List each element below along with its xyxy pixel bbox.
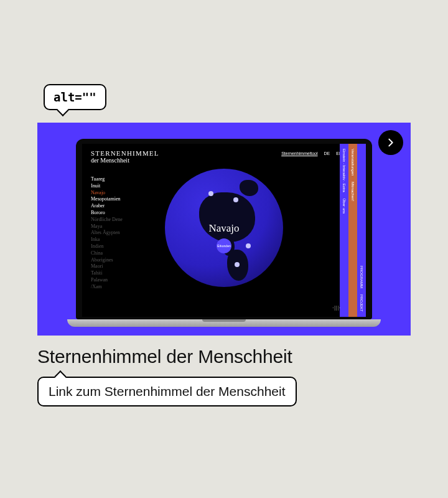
culture-item[interactable]: Aborigines — [91, 257, 123, 264]
rail-orange-bot: Mitmachen! — [351, 182, 355, 201]
culture-item[interactable]: China — [91, 250, 123, 257]
globe-marker-active[interactable] — [233, 197, 238, 202]
culture-item[interactable]: Tahiti — [91, 270, 123, 277]
rail-purple[interactable]: Einstein · Interaktiv · Extra Über uns — [340, 144, 348, 317]
rail-projekt: PROJEKT — [360, 294, 363, 312]
globe-marker[interactable] — [235, 262, 240, 267]
culture-item[interactable]: Bororo — [91, 210, 123, 217]
culture-item[interactable]: Altes Ägypten — [91, 230, 123, 237]
culture-item[interactable]: Maori — [91, 263, 123, 270]
globe-label: Navajo — [165, 222, 283, 235]
culture-item[interactable]: Nördliche Dene — [91, 217, 123, 223]
globe-marker[interactable] — [246, 243, 251, 248]
globe[interactable]: Navajo Erkunden — [165, 169, 283, 287]
culture-item[interactable]: Inuit — [91, 183, 123, 190]
tool-link[interactable]: Sternenhimmeltool — [281, 151, 317, 156]
card-title: Sternenhimmel der Menschheit — [37, 346, 292, 367]
card-link[interactable]: Link zum Sternenhimmel der Menschheit — [37, 377, 297, 406]
rail-purple-2[interactable]: PROGRAMM PROJEKT — [357, 144, 366, 317]
laptop-base — [67, 319, 381, 327]
alt-text-badge: alt="" — [44, 84, 106, 110]
explore-button[interactable]: Erkunden — [217, 238, 231, 253]
logo-line-1: STERNENHIMMEL — [91, 150, 159, 157]
app-logo[interactable]: STERNENHIMMEL der Menschheit — [91, 150, 159, 164]
rail-about: Über uns — [342, 199, 346, 214]
culture-item[interactable]: Palawan — [91, 277, 123, 284]
globe-marker[interactable] — [208, 191, 213, 196]
chevron-right-icon — [386, 138, 396, 148]
lang-de[interactable]: DE — [324, 151, 330, 156]
rail-orange-top: Veranstaltungen — [351, 149, 355, 176]
culture-item[interactable]: Tuareg — [91, 176, 123, 183]
side-rail: Einstein · Interaktiv · Extra Über uns V… — [340, 144, 366, 317]
next-button[interactable] — [378, 130, 403, 155]
culture-item[interactable]: Mesopotamien — [91, 196, 123, 203]
app-screen: STERNENHIMMEL der Menschheit Sternenhimm… — [82, 144, 366, 317]
culture-item[interactable]: Navajo — [91, 190, 123, 197]
culture-item[interactable]: Indien — [91, 243, 123, 250]
sound-icon[interactable]: ·|||· — [332, 305, 341, 311]
preview-card: STERNENHIMMEL der Menschheit Sternenhimm… — [37, 123, 411, 336]
rail-orange[interactable]: Veranstaltungen Mitmachen! — [348, 144, 357, 317]
culture-item[interactable]: /Xam — [91, 284, 123, 291]
laptop-mockup: STERNENHIMMEL der Menschheit Sternenhimm… — [76, 139, 372, 327]
top-toolbar: Sternenhimmeltool DE EN — [281, 151, 342, 156]
culture-item[interactable]: Maya — [91, 223, 123, 230]
logo-line-2: der Menschheit — [91, 157, 159, 164]
rail-programm: PROGRAMM — [360, 266, 363, 288]
rail-purple-text: Einstein · Interaktiv · Extra — [342, 149, 346, 192]
culture-item[interactable]: Araber — [91, 203, 123, 210]
culture-item[interactable]: Inka — [91, 237, 123, 243]
culture-list: TuaregInuitNavajoMesopotamienAraberBoror… — [91, 176, 123, 291]
